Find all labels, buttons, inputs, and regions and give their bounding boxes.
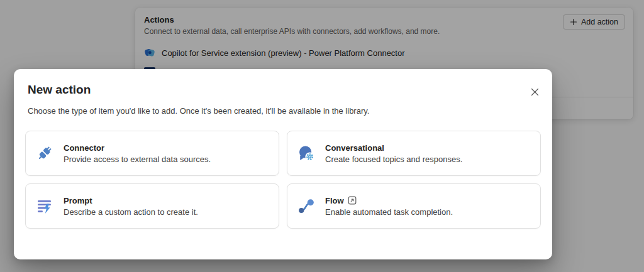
prompt-card-title: Prompt	[64, 196, 92, 205]
connector-icon	[36, 144, 53, 162]
flow-card[interactable]: Flow Enable automated task completion.	[287, 183, 541, 229]
dialog-subtitle: Choose the type of item you'd like to ad…	[28, 106, 369, 116]
conversational-icon	[297, 144, 315, 162]
flow-icon	[297, 197, 315, 215]
external-link-icon	[348, 196, 357, 205]
connector-card-description: Provide access to external data sources.	[64, 155, 211, 164]
close-button[interactable]	[527, 84, 542, 99]
conversational-card[interactable]: Conversational Create focused topics and…	[287, 131, 541, 176]
new-action-dialog: New action Choose the type of item you'd…	[14, 69, 552, 259]
action-type-grid: Connector Provide access to external dat…	[25, 131, 541, 229]
prompt-icon	[36, 197, 53, 215]
conversational-card-title: Conversational	[325, 143, 384, 153]
close-icon	[530, 87, 540, 97]
flow-card-title: Flow	[325, 196, 344, 205]
dialog-title: New action	[28, 83, 91, 97]
conversational-card-description: Create focused topics and responses.	[325, 155, 462, 164]
flow-card-description: Enable automated task completion.	[325, 207, 453, 217]
connector-card[interactable]: Connector Provide access to external dat…	[25, 131, 279, 176]
prompt-card[interactable]: Prompt Describe a custom action to creat…	[25, 183, 279, 229]
connector-card-title: Connector	[64, 143, 104, 153]
prompt-card-description: Describe a custom action to create it.	[64, 207, 198, 217]
